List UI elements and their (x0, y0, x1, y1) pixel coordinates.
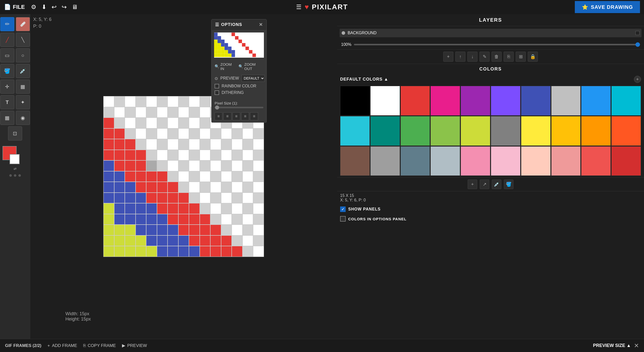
pixel-cell[interactable] (157, 107, 168, 118)
undo-icon[interactable]: ↩ (52, 4, 57, 11)
select-tool[interactable]: ▦ (16, 80, 30, 94)
pixel-cell[interactable] (253, 128, 264, 139)
pixel-cell[interactable] (243, 128, 253, 139)
pixel-cell[interactable] (146, 96, 157, 107)
palette-color-swatch[interactable] (521, 116, 551, 146)
move-tool[interactable]: ✛ (0, 80, 14, 94)
pixel-cell[interactable] (200, 203, 211, 214)
pixel-cell[interactable] (210, 225, 221, 235)
pixel-cell[interactable] (221, 139, 232, 150)
pixel-cell[interactable] (200, 96, 211, 107)
pixel-cell[interactable] (114, 107, 125, 118)
pixel-cell[interactable] (210, 182, 221, 193)
pixel-cell[interactable] (125, 182, 136, 193)
pixel-cell[interactable] (103, 118, 114, 128)
pixel-cell[interactable] (125, 235, 136, 246)
pixel-cell[interactable] (103, 150, 114, 161)
pixel-cell[interactable] (232, 150, 243, 161)
dithering-checkbox[interactable] (215, 90, 219, 95)
pixel-cell[interactable] (114, 139, 125, 150)
hamburger-icon[interactable]: ☰ (296, 4, 302, 11)
palette-color-swatch[interactable] (581, 86, 611, 116)
pixel-cell[interactable] (210, 214, 221, 225)
pixel-cell[interactable] (114, 118, 125, 128)
pixel-cell[interactable] (157, 214, 168, 225)
pixel-cell[interactable] (103, 214, 114, 225)
download-icon[interactable]: ⬇ (42, 4, 47, 11)
pixel-cell[interactable] (178, 235, 189, 246)
canvas-wrapper[interactable]: ☰ OPTIONS ✕ (30, 14, 337, 339)
pixel-cell[interactable] (136, 225, 146, 235)
pixel-cell[interactable] (243, 139, 253, 150)
merge-layer-btn[interactable]: ⊞ (516, 52, 526, 62)
secondary-color-swatch[interactable] (10, 154, 20, 164)
pixel-cell[interactable] (125, 193, 136, 203)
palette-color-swatch[interactable] (400, 86, 430, 116)
pixel-cell[interactable] (125, 118, 136, 128)
pixel-cell[interactable] (243, 160, 253, 171)
export-palette-btn[interactable]: ↗ (480, 180, 489, 189)
fill-palette-btn[interactable]: 🪣 (504, 180, 513, 189)
pixel-cell[interactable] (178, 171, 189, 182)
pixel-cell[interactable] (221, 193, 232, 203)
pixel-cell[interactable] (125, 225, 136, 235)
lock-layer-btn[interactable]: 🔒 (528, 52, 538, 62)
pixel-cell[interactable] (178, 128, 189, 139)
pixel-cell[interactable] (168, 193, 178, 203)
pixel-cell[interactable] (125, 150, 136, 161)
pixel-cell[interactable] (253, 193, 264, 203)
pixel-cell[interactable] (243, 246, 253, 257)
pixel-cell[interactable] (157, 96, 168, 107)
pixel-cell[interactable] (189, 193, 200, 203)
pixel-cell[interactable] (232, 160, 243, 171)
pixel-cell[interactable] (136, 96, 146, 107)
pixel-cell[interactable] (253, 214, 264, 225)
pixel-cell[interactable] (243, 235, 253, 246)
pixel-cell[interactable] (146, 107, 157, 118)
palette-color-swatch[interactable] (611, 116, 641, 146)
pixel-cell[interactable] (200, 150, 211, 161)
pixel-cell[interactable] (221, 246, 232, 257)
eyedropper-tool[interactable]: 💉 (16, 64, 30, 78)
pixel-cell[interactable] (125, 139, 136, 150)
pixel-cell[interactable] (189, 150, 200, 161)
colors-in-options-checkbox[interactable] (340, 216, 346, 222)
pixel-cell[interactable] (168, 214, 178, 225)
pixel-cell[interactable] (221, 182, 232, 193)
pixel-cell[interactable] (178, 118, 189, 128)
pixel-cell[interactable] (200, 118, 211, 128)
pixel-cell[interactable] (146, 193, 157, 203)
pixel-cell[interactable] (189, 160, 200, 171)
pixel-cell[interactable] (200, 214, 211, 225)
pixel-cell[interactable] (189, 118, 200, 128)
pixel-cell[interactable] (136, 203, 146, 214)
zoom-in-btn[interactable]: 🔍 ZOOM IN (215, 62, 235, 71)
pixel-cell[interactable] (178, 203, 189, 214)
pixel-cell[interactable] (146, 118, 157, 128)
pixel-cell[interactable] (200, 107, 211, 118)
pixel-cell[interactable] (103, 171, 114, 182)
circle-tool[interactable]: ○ (16, 48, 30, 62)
pixel-cell[interactable] (136, 107, 146, 118)
palette-color-swatch[interactable] (461, 146, 490, 176)
pixel-cell[interactable] (125, 128, 136, 139)
pixel-cell[interactable] (178, 139, 189, 150)
edit-layer-btn[interactable]: ✎ (479, 52, 490, 62)
palette-color-swatch[interactable] (340, 116, 370, 146)
rainbow-color-checkbox[interactable] (215, 84, 219, 88)
pixel-cell[interactable] (210, 193, 221, 203)
pixel-cell[interactable] (253, 139, 264, 150)
save-drawing-button[interactable]: ⭐ SAVE DRAWING (575, 1, 640, 13)
palette-color-swatch[interactable] (461, 86, 490, 116)
pixel-cell[interactable] (168, 150, 178, 161)
pixel-cell[interactable] (168, 203, 178, 214)
pixel-cell[interactable] (221, 235, 232, 246)
settings-icon[interactable]: ⚙ (31, 4, 36, 11)
palette-color-swatch[interactable] (370, 116, 400, 146)
pixel-cell[interactable] (178, 182, 189, 193)
pixel-cell[interactable] (168, 182, 178, 193)
pixel-cell[interactable] (125, 214, 136, 225)
pixel-cell[interactable] (125, 246, 136, 257)
file-label[interactable]: FILE (13, 4, 25, 10)
pixel-cell[interactable] (103, 235, 114, 246)
